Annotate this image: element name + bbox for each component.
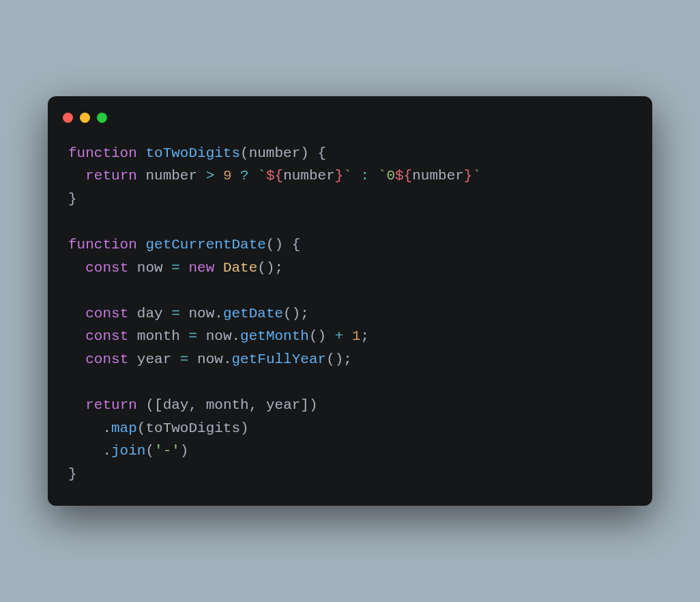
code-token-punct: (: [145, 443, 154, 459]
code-token-param: year: [266, 397, 300, 413]
code-token-op: :: [352, 168, 378, 184]
code-token-param: number: [412, 168, 464, 184]
code-token-num: 1: [352, 328, 361, 344]
code-token-punct: [68, 397, 85, 413]
code-token-fn: getMonth: [240, 328, 309, 344]
code-token-param: now: [206, 328, 232, 344]
code-token-param: day: [163, 397, 189, 413]
code-token-punct: .: [231, 328, 240, 344]
code-token-punct: .: [68, 443, 111, 459]
code-token-param: year: [137, 352, 171, 367]
code-token-param: number: [145, 168, 197, 184]
code-window: function toTwoDigits(number) { return nu…: [48, 96, 652, 506]
code-token-punct: ]): [300, 397, 317, 413]
code-token-param: now: [137, 260, 163, 276]
code-token-interp: }: [335, 168, 344, 184]
code-token-op: =: [171, 352, 197, 367]
code-token-str: 0: [386, 168, 395, 184]
code-token-op: ?: [231, 168, 257, 184]
code-token-param: month: [137, 328, 180, 344]
code-token-punct: ();: [326, 352, 352, 367]
minimize-icon[interactable]: [80, 113, 90, 123]
code-token-fn: map: [111, 420, 137, 436]
code-token-param: now: [188, 306, 214, 321]
code-token-kw: const: [85, 306, 137, 321]
code-token-punct: (: [137, 420, 146, 436]
code-token-punct: (): [309, 328, 326, 344]
code-token-str: `: [343, 168, 352, 184]
code-token-kw: return: [85, 168, 145, 184]
code-token-param: day: [137, 306, 163, 321]
code-token-punct: ,: [188, 397, 205, 413]
code-token-punct: [68, 328, 85, 344]
code-token-interp: }: [464, 168, 473, 184]
code-token-fn: join: [111, 443, 145, 459]
code-token-param: number: [249, 145, 301, 161]
code-token-punct: [68, 168, 85, 184]
code-token-str: `: [257, 168, 266, 184]
code-token-param: number: [283, 168, 335, 184]
code-token-punct: ): [240, 420, 249, 436]
code-token-punct: ,: [249, 397, 266, 413]
code-token-punct: ([: [145, 397, 162, 413]
code-token-kw: const: [85, 328, 137, 344]
code-token-kw: new: [188, 260, 222, 276]
code-token-punct: [68, 352, 85, 367]
code-token-kw: function: [68, 237, 145, 253]
code-token-punct: .: [223, 352, 232, 367]
code-token-punct: ): [180, 443, 189, 459]
code-token-interp: ${: [395, 168, 412, 184]
maximize-icon[interactable]: [97, 113, 107, 123]
code-block: function toTwoDigits(number) { return nu…: [48, 142, 652, 486]
code-token-kw: return: [85, 397, 145, 413]
code-token-str: `: [472, 168, 481, 184]
code-token-fn: toTwoDigits: [145, 145, 240, 161]
code-token-cls: Date: [223, 260, 257, 276]
code-token-punct: }: [68, 466, 77, 482]
code-token-kw: const: [85, 260, 137, 276]
code-token-param: toTwoDigits: [145, 420, 240, 436]
code-token-op: =: [180, 328, 206, 344]
code-token-fn: getCurrentDate: [145, 237, 265, 253]
code-token-punct: [68, 306, 85, 321]
code-token-str: `: [378, 168, 387, 184]
code-token-op: +: [326, 328, 352, 344]
code-token-kw: const: [85, 352, 137, 367]
code-token-punct: .: [214, 306, 223, 321]
code-token-op: =: [163, 260, 189, 276]
code-token-num: 9: [223, 168, 232, 184]
code-token-punct: (: [240, 145, 249, 161]
code-token-fn: getDate: [223, 306, 283, 321]
code-token-punct: }: [68, 191, 77, 207]
code-token-punct: .: [68, 420, 111, 436]
code-token-kw: function: [68, 145, 145, 161]
code-token-punct: ) {: [300, 145, 326, 161]
code-token-punct: () {: [266, 237, 300, 253]
code-token-punct: [68, 260, 85, 276]
traffic-lights: [48, 113, 652, 142]
code-token-interp: ${: [266, 168, 283, 184]
close-icon[interactable]: [63, 113, 73, 123]
code-token-op: >: [197, 168, 223, 184]
code-token-op: =: [163, 306, 189, 321]
code-token-str: '-': [154, 443, 180, 459]
code-token-param: now: [197, 352, 223, 367]
code-token-punct: ();: [257, 260, 283, 276]
code-token-punct: ;: [361, 328, 370, 344]
code-token-punct: ();: [283, 306, 309, 321]
code-token-param: month: [206, 397, 249, 413]
code-token-fn: getFullYear: [232, 352, 327, 367]
